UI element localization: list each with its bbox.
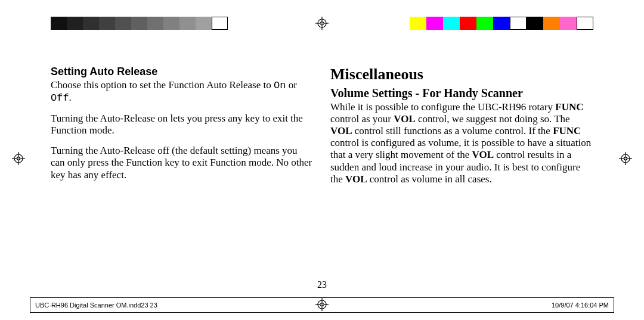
bold-vol: VOL	[345, 173, 367, 185]
swatch	[83, 17, 99, 30]
text: Choose this option to set the Function A…	[51, 79, 274, 91]
prepress-color-bar	[410, 17, 593, 30]
text: While it is possible to configure the UB…	[330, 101, 555, 113]
swatch	[476, 17, 493, 30]
swatch	[212, 17, 228, 30]
swatch	[560, 17, 577, 30]
prepress-grayscale-bar	[51, 17, 228, 30]
paragraph: Turning the Auto-Release off (the defaul…	[51, 145, 314, 181]
paragraph: While it is possible to configure the UB…	[330, 101, 593, 185]
heading-volume-settings: Volume Settings - For Handy Scanner	[330, 86, 593, 101]
right-column: Miscellaneous Volume Settings - For Hand…	[330, 66, 593, 272]
bold-vol: VOL	[394, 113, 416, 125]
slug-timestamp: 10/9/07 4:16:04 PM	[552, 302, 609, 309]
swatch	[527, 17, 543, 30]
left-column: Setting Auto Release Choose this option …	[51, 66, 314, 272]
text: control as your	[330, 113, 394, 125]
swatch	[99, 17, 115, 30]
swatch	[147, 17, 163, 30]
slug-filename: UBC-RH96 Digital Scanner OM.indd23 23	[35, 302, 157, 309]
text: or	[286, 79, 296, 91]
text: .	[69, 92, 72, 103]
code-on: On	[274, 80, 286, 91]
swatch	[410, 17, 426, 30]
swatch	[67, 17, 83, 30]
swatch	[51, 17, 67, 30]
text: control as volume in all cases.	[367, 173, 492, 185]
swatch	[460, 17, 476, 30]
paragraph: Choose this option to set the Function A…	[51, 79, 314, 104]
bold-vol: VOL	[472, 149, 494, 160]
swatch	[163, 17, 179, 30]
swatch	[493, 17, 510, 30]
swatch	[115, 17, 131, 30]
swatch	[131, 17, 147, 30]
paragraph: Turning the Auto-Release on lets you pre…	[51, 113, 314, 136]
registration-mark-icon	[12, 152, 25, 165]
page-body: Setting Auto Release Choose this option …	[51, 66, 593, 272]
swatch	[510, 17, 527, 30]
swatch	[426, 17, 443, 30]
registration-mark-icon	[619, 152, 632, 165]
heading-miscellaneous: Miscellaneous	[330, 66, 593, 84]
swatch	[443, 17, 460, 30]
bold-func: FUNC	[553, 125, 581, 136]
code-off: Off	[51, 92, 69, 104]
text: control still functions as a volume cont…	[352, 125, 553, 136]
text: control, we suggest not doing so. The	[416, 113, 570, 125]
bold-vol: VOL	[330, 125, 352, 136]
swatch	[543, 17, 560, 30]
swatch	[196, 17, 212, 30]
page-number: 23	[0, 279, 644, 290]
swatch	[179, 17, 196, 30]
slug-frame: UBC-RH96 Digital Scanner OM.indd23 23 10…	[30, 297, 614, 313]
registration-mark-icon	[315, 17, 329, 30]
heading-auto-release: Setting Auto Release	[51, 66, 314, 78]
bold-func: FUNC	[555, 101, 583, 113]
swatch	[577, 17, 593, 30]
